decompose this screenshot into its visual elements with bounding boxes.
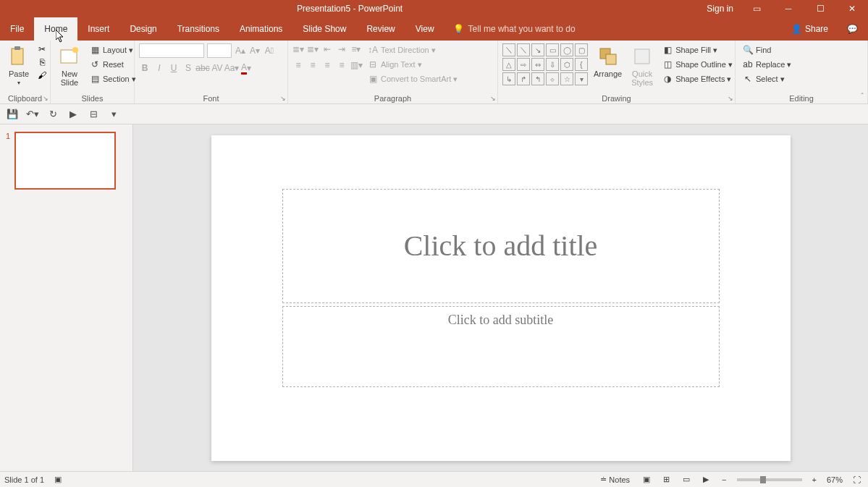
undo-icon[interactable]: ↶▾ [26,108,39,121]
notes-button[interactable]: ≐ Notes [597,475,633,484]
replace-button[interactable]: abReplace ▾ [740,58,793,71]
subtitle-placeholder[interactable]: Click to add subtitle [282,306,720,387]
tab-design[interactable]: Design [119,17,167,41]
increase-font-icon[interactable]: A▴ [235,45,246,56]
bold-button[interactable]: B [139,62,151,74]
underline-button[interactable]: U [168,62,180,74]
shape-line3-icon[interactable]: ↘ [531,43,544,56]
shape-star-icon[interactable]: ☆ [560,72,573,85]
slide[interactable]: Click to add title Click to add subtitle [211,135,791,461]
slide-thumbnail-panel[interactable]: 1 [0,124,133,471]
clear-formatting-icon[interactable]: Aᷤ [264,45,275,56]
zoom-out-icon[interactable]: − [719,475,729,484]
decrease-indent-icon[interactable]: ⇤ [321,43,333,55]
copy-icon[interactable]: ⎘ [36,56,48,68]
share-button[interactable]: 👤 Share [783,17,837,41]
cut-icon[interactable]: ✂ [36,43,48,55]
shape-roundrect-icon[interactable]: ▢ [575,43,588,56]
shape-line-icon[interactable]: ＼ [502,43,515,56]
tab-home[interactable]: Home [34,17,77,41]
ribbon-display-options-icon[interactable]: ▭ [741,0,772,17]
tell-me-search[interactable]: 💡 Tell me what you want to do [444,17,584,41]
fit-to-window-icon[interactable]: ⛶ [850,475,864,484]
convert-smartart-button[interactable]: ▣Convert to SmartArt ▾ [365,72,460,85]
paste-button[interactable]: Paste ▾ [4,43,33,88]
font-family-combo[interactable] [139,43,204,58]
shape-triangle-icon[interactable]: △ [502,58,515,71]
redo-icon[interactable]: ↻ [46,108,59,121]
find-button[interactable]: 🔍Find [740,43,793,56]
shape-callout-icon[interactable]: ⟐ [546,72,559,85]
shape-connector1-icon[interactable]: ↳ [502,72,515,85]
shadow-button[interactable]: S [182,62,194,74]
shape-connector2-icon[interactable]: ↱ [517,72,530,85]
tab-review[interactable]: Review [356,17,405,41]
new-slide-button[interactable]: New Slide [55,43,84,88]
decrease-font-icon[interactable]: A▾ [249,45,261,56]
shape-rect-icon[interactable]: ▭ [546,43,559,56]
maximize-button[interactable]: ☐ [804,0,836,17]
font-color-icon[interactable]: A▾ [240,62,252,74]
font-size-combo[interactable] [207,43,232,58]
zoom-level[interactable]: 67% [827,475,843,484]
reset-button[interactable]: ↺Reset [87,58,138,71]
sign-in-link[interactable]: Sign in [699,4,741,14]
collapse-ribbon-icon[interactable]: ˆ [861,92,864,101]
numbering-icon[interactable]: ≣▾ [307,43,319,55]
shape-hexagon-icon[interactable]: ⬡ [560,58,573,71]
align-center-icon[interactable]: ≡ [307,59,319,71]
zoom-slider[interactable] [737,478,802,481]
shape-outline-button[interactable]: ◫Shape Outline ▾ [660,58,735,71]
reading-view-icon[interactable]: ▭ [680,475,693,484]
increase-indent-icon[interactable]: ⇥ [336,43,347,55]
tab-view[interactable]: View [405,17,444,41]
save-icon[interactable]: 💾 [6,108,19,121]
tab-animations[interactable]: Animations [229,17,292,41]
zoom-in-icon[interactable]: + [809,475,819,484]
select-button[interactable]: ↖Select ▾ [740,72,793,85]
tab-transitions[interactable]: Transitions [167,17,229,41]
shape-line2-icon[interactable]: ＼ [517,43,530,56]
slide-count-label[interactable]: Slide 1 of 1 [4,475,44,484]
shapes-gallery[interactable]: ＼ ＼ ↘ ▭ ◯ ▢ △ ⇨ ⇔ ⇩ ⬡ { ↳ ↱ ↰ ⟐ ☆ ▾ [502,43,588,85]
start-from-beginning-icon[interactable]: ▶ [67,108,80,121]
tab-insert[interactable]: Insert [77,17,119,41]
font-launcher-icon[interactable]: ↘ [280,95,286,102]
text-direction-button[interactable]: ↕AText Direction ▾ [365,43,460,56]
close-button[interactable]: ✕ [836,0,868,17]
paragraph-launcher-icon[interactable]: ↘ [490,95,496,102]
tab-slideshow[interactable]: Slide Show [292,17,356,41]
title-placeholder[interactable]: Click to add title [282,189,720,303]
justify-icon[interactable]: ≡ [336,59,347,71]
change-case-icon[interactable]: Aa▾ [226,62,237,74]
touch-mode-icon[interactable]: ⊟ [87,108,100,121]
slide-sorter-view-icon[interactable]: ⊞ [660,475,673,484]
quick-styles-button[interactable]: Quick Styles [628,43,657,88]
strikethrough-button[interactable]: abc [197,62,208,74]
shape-brace-icon[interactable]: { [575,58,588,71]
shape-effects-button[interactable]: ◑Shape Effects ▾ [660,72,735,85]
qat-customize-icon[interactable]: ▾ [107,108,120,121]
char-spacing-icon[interactable]: AV [211,62,223,74]
shape-arrow-right-icon[interactable]: ⇨ [517,58,530,71]
shape-more-icon[interactable]: ▾ [575,72,588,85]
minimize-button[interactable]: ─ [772,0,804,17]
format-painter-icon[interactable]: 🖌 [36,69,48,81]
italic-button[interactable]: I [153,62,165,74]
align-left-icon[interactable]: ≡ [292,59,304,71]
slide-thumbnail-1[interactable] [14,132,116,190]
layout-button[interactable]: ▦Layout ▾ [87,43,138,56]
zoom-slider-handle[interactable] [760,476,766,483]
arrange-button[interactable]: Arrange [591,43,625,80]
shape-arrow-down-icon[interactable]: ⇩ [546,58,559,71]
tab-file[interactable]: File [0,17,34,41]
line-spacing-icon[interactable]: ≡▾ [350,43,362,55]
shape-arrow-lr-icon[interactable]: ⇔ [531,58,544,71]
shape-connector3-icon[interactable]: ↰ [531,72,544,85]
slideshow-view-icon[interactable]: ▶ [700,475,712,484]
align-right-icon[interactable]: ≡ [321,59,333,71]
drawing-launcher-icon[interactable]: ↘ [728,95,733,102]
normal-view-icon[interactable]: ▣ [640,475,653,484]
shape-fill-button[interactable]: ◧Shape Fill ▾ [660,43,735,56]
spell-check-icon[interactable]: ▣ [51,475,64,484]
